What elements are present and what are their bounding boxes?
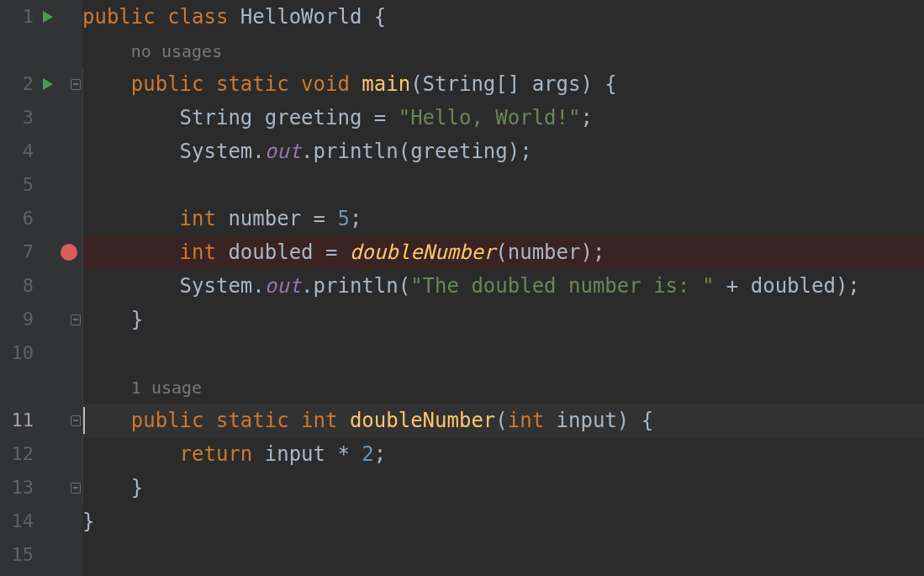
- code-line[interactable]: }: [82, 303, 924, 336]
- code-line[interactable]: [82, 336, 924, 370]
- gutter: 1 2 3 4 5: [0, 0, 82, 576]
- gutter-row[interactable]: 7: [0, 235, 82, 269]
- svg-marker-1: [43, 78, 53, 90]
- line-number: 14: [0, 505, 35, 538]
- string-literal: "Hello, World!": [399, 106, 581, 129]
- string-literal: "The doubled number is: ": [410, 274, 714, 298]
- line-number: 7: [0, 235, 35, 269]
- fold-region-end-icon[interactable]: [71, 471, 81, 505]
- line-number: 8: [0, 269, 35, 303]
- breakpoint-icon[interactable]: [59, 244, 79, 261]
- line-number: 11: [0, 404, 35, 437]
- svg-marker-0: [43, 11, 53, 23]
- line-number: 10: [0, 336, 35, 370]
- code-line[interactable]: System.out.println("The doubled number i…: [82, 269, 924, 303]
- gutter-row[interactable]: 12: [0, 437, 82, 471]
- line-number: 4: [0, 135, 35, 168]
- code-line[interactable]: System.out.println(greeting);: [82, 135, 924, 168]
- gutter-row[interactable]: 15: [0, 538, 82, 572]
- keyword-class: class: [167, 5, 228, 29]
- code-line-breakpoint[interactable]: int doubled = doubleNumber(number);: [82, 235, 924, 269]
- code-line[interactable]: [82, 538, 924, 572]
- code-editor: 1 2 3 4 5: [0, 0, 924, 576]
- usages-hint[interactable]: 1 usage: [131, 378, 202, 398]
- code-line-current[interactable]: public static int doubleNumber(int input…: [82, 404, 924, 437]
- code-line[interactable]: }: [82, 471, 924, 505]
- line-number: 13: [0, 471, 35, 505]
- gutter-row: [0, 34, 82, 67]
- gutter-row[interactable]: 9: [0, 303, 82, 336]
- line-number: 9: [0, 303, 35, 336]
- code-line[interactable]: }: [82, 505, 924, 538]
- line-number: 5: [0, 168, 35, 202]
- gutter-row[interactable]: 10: [0, 336, 82, 370]
- class-name: HelloWorld: [240, 5, 362, 29]
- code-line[interactable]: int number = 5;: [82, 202, 924, 235]
- line-number: 3: [0, 101, 35, 135]
- code-area[interactable]: public class HelloWorld { no usages publ…: [82, 0, 924, 576]
- fold-region-start-icon[interactable]: [71, 67, 81, 101]
- gutter-row[interactable]: 2: [0, 67, 82, 101]
- method-name: doubleNumber: [350, 409, 495, 432]
- gutter-row[interactable]: 13: [0, 471, 82, 505]
- number-literal: 5: [337, 207, 349, 230]
- gutter-row[interactable]: 4: [0, 135, 82, 168]
- code-line[interactable]: public static void main(String[] args) {: [82, 67, 924, 101]
- run-icon[interactable]: [35, 10, 59, 24]
- keyword-public: public: [82, 5, 156, 29]
- gutter-row[interactable]: 3: [0, 101, 82, 135]
- line-number: 15: [0, 538, 35, 572]
- static-field: out: [265, 140, 301, 163]
- gutter-row[interactable]: 8: [0, 269, 82, 303]
- method-name: main: [362, 72, 410, 96]
- code-line[interactable]: [82, 168, 924, 202]
- code-line[interactable]: public class HelloWorld {: [82, 0, 924, 34]
- gutter-row[interactable]: 14: [0, 505, 82, 538]
- gutter-row[interactable]: 6: [0, 202, 82, 235]
- fold-region-start-icon[interactable]: [71, 404, 81, 437]
- gutter-row[interactable]: 11: [0, 404, 82, 437]
- gutter-row: [0, 370, 82, 404]
- inlay-hint-line[interactable]: 1 usage: [82, 370, 924, 404]
- caret: [83, 407, 85, 434]
- method-call: doubleNumber: [350, 240, 495, 264]
- gutter-row[interactable]: 5: [0, 168, 82, 202]
- line-number: 6: [0, 202, 35, 235]
- line-number: 1: [0, 0, 35, 34]
- usages-hint[interactable]: no usages: [131, 41, 222, 61]
- inlay-hint-line[interactable]: no usages: [82, 34, 924, 67]
- gutter-row[interactable]: 1: [0, 0, 82, 34]
- line-number: 2: [0, 67, 35, 101]
- number-literal: 2: [362, 442, 373, 466]
- code-line[interactable]: String greeting = "Hello, World!";: [82, 101, 924, 135]
- fold-region-end-icon[interactable]: [71, 303, 81, 336]
- line-number: 12: [0, 437, 35, 471]
- code-line[interactable]: return input * 2;: [82, 437, 924, 471]
- run-icon[interactable]: [35, 77, 59, 91]
